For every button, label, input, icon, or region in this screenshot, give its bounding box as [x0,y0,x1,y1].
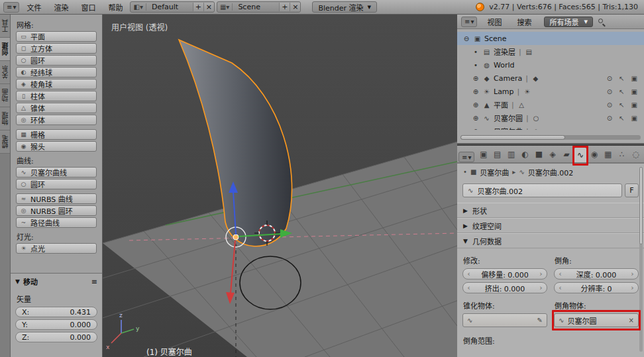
add-bezier-curve-button[interactable]: ∿贝塞尔曲线 [16,167,97,178]
shelf-tab-animation[interactable]: 动画 [0,84,10,107]
scrollbar-thumb[interactable] [460,135,565,140]
bevel-object-field[interactable]: ∿ 贝塞尔圆 × [554,313,639,327]
add-nurbs-curve-button[interactable]: ≈NURBS 曲线 [16,193,97,204]
tab-object-data[interactable]: ∿ [574,147,588,162]
expander-icon[interactable]: ⊕ [472,128,480,130]
tab-object[interactable]: ■ [532,147,546,162]
fake-user-button[interactable]: F [625,183,639,197]
3d-viewport[interactable]: z y x 用户视图 (透视) (1) 贝塞尔曲 [103,15,457,357]
add-ico-sphere-button[interactable]: ◈棱角球 [16,79,97,89]
translate-y-field[interactable]: Y: 0.000 [15,319,97,330]
panel-texture-space[interactable]: ▶ 纹理空间 [457,218,644,233]
delete-layout-button[interactable]: × [203,3,214,11]
selectability-pointer-icon[interactable]: ↖ [619,75,624,82]
menu-help[interactable]: 帮助 [103,1,128,14]
outliner-row-scene[interactable]: ⊖ ▣ Scene [457,32,644,45]
add-torus-button[interactable]: ◎环体 [16,115,97,125]
tab-constraints[interactable]: ◈ [546,147,560,162]
offset-field[interactable]: ‹ 偏移量: 0.000 › [462,268,547,280]
outliner-row-world[interactable]: • ◍ World [457,58,644,72]
info-editor-type-button[interactable]: ≡▾ [3,2,19,13]
add-cylinder-button[interactable]: ▯柱体 [16,91,97,101]
tab-particles[interactable]: ∴ [615,147,629,162]
expander-icon[interactable]: ⊕ [472,101,480,109]
add-bezier-circle-button[interactable]: ○圆环 [16,179,97,189]
outliner-horizontal-scrollbar[interactable] [460,135,641,140]
clear-x-icon[interactable]: × [629,317,634,324]
eyedropper-icon[interactable]: ✎ [537,317,543,324]
add-circle-button[interactable]: ○圆环 [16,55,97,66]
screen-layout-selector[interactable]: ◧▾ Default + × [130,1,214,13]
shelf-tab-tools[interactable]: 工具 [0,15,10,38]
visibility-eye-icon[interactable]: ⊙ [607,115,612,122]
outliner-view-menu[interactable]: 视图 [482,15,507,28]
tab-material[interactable]: ◉ [587,147,601,162]
increase-icon[interactable]: › [538,270,544,278]
decrease-icon[interactable]: ‹ [557,284,563,291]
shelf-tab-grease-pencil[interactable]: 蜡笔 [0,130,10,154]
decrease-icon[interactable]: ‹ [557,270,563,278]
panel-geometry[interactable]: ▼ 几何数据 [457,233,644,248]
add-cube-button[interactable]: ◻立方体 [16,43,97,54]
visibility-eye-icon[interactable]: ⊙ [607,101,612,109]
bezier-curve-object[interactable] [179,40,292,246]
outliner-row-bezier-circle[interactable]: ⊕ ∿ 贝塞尔圆 | ○ ⊙ ↖ ▣ [457,111,644,125]
menu-render[interactable]: 渲染 [48,1,74,14]
add-monkey-button[interactable]: ◉猴头 [16,141,97,152]
menu-window[interactable]: 窗口 [76,1,101,14]
add-uv-sphere-button[interactable]: ◐经纬球 [16,67,97,77]
add-path-curve-button[interactable]: ~路径曲线 [16,217,97,228]
add-grid-button[interactable]: ▦栅格 [16,129,97,140]
outliner-row-render-layers[interactable]: • ▤ 渲染层 | ▤ [457,45,644,58]
outliner-row-plane[interactable]: ⊕ ▲ 平面 | △ ⊙ ↖ ▣ [457,98,644,111]
outliner-filter-dropdown[interactable]: 所有场景 ▾ [544,17,593,27]
outliner-row-lamp[interactable]: ⊕ ☀ Lamp | ☀ ⊙ ↖ ▣ [457,85,644,98]
add-cone-button[interactable]: △锥体 [16,103,97,113]
outliner-editor-type-button[interactable]: ≡▾ [461,17,477,27]
search-icon[interactable] [598,18,606,26]
renderability-camera-icon[interactable]: ▣ [631,88,637,95]
depth-field[interactable]: ‹ 深度: 0.000 › [554,268,639,280]
extrude-field[interactable]: ‹ 挤出: 0.000 › [462,282,547,293]
datablock-name-field[interactable]: ∿ 贝塞尔曲.002 [462,183,622,197]
tab-world[interactable]: ◐ [518,147,532,162]
pin-icon[interactable]: • [463,168,467,176]
add-nurbs-circle-button[interactable]: ◎NURBS 圆环 [16,205,97,216]
tab-texture[interactable]: ▦ [601,147,615,162]
scene-selector[interactable]: ▦▾ Scene + × [217,1,301,13]
tab-render[interactable]: ▣ [476,147,490,162]
properties-scrollbar[interactable] [639,167,643,352]
increase-icon[interactable]: › [538,284,544,291]
tab-physics[interactable]: ◌ [629,147,643,162]
selectability-pointer-icon[interactable]: ↖ [619,88,624,95]
panel-expand-icon[interactable]: ▼ [15,278,20,285]
add-plane-button[interactable]: ▭平面 [16,31,97,42]
decrease-icon[interactable]: ‹ [466,284,472,291]
visibility-eye-icon[interactable]: ⊙ [607,75,612,82]
panel-menu-icon[interactable]: ≡ [91,278,97,286]
decrease-icon[interactable]: ‹ [466,270,472,278]
outliner-search-menu[interactable]: 搜索 [511,15,537,28]
tab-modifiers[interactable]: ▰ [560,147,574,162]
menu-file[interactable]: 文件 [21,1,46,14]
selectability-pointer-icon[interactable]: ↖ [619,101,624,109]
add-layout-button[interactable]: + [193,3,203,11]
render-engine-selector[interactable]: Blender 渲染 ▾ [312,1,377,13]
expander-icon[interactable]: ⊕ [472,115,480,122]
expander-icon[interactable]: ⊕ [472,75,480,82]
properties-editor-type-button[interactable]: ≡▾ [458,152,474,162]
translate-z-field[interactable]: Z: 0.000 [15,332,97,342]
shelf-tab-physics[interactable]: 物理 [0,107,10,130]
resolution-field[interactable]: ‹ 分辨率: 0 › [554,282,639,293]
selectability-pointer-icon[interactable]: ↖ [619,115,624,122]
renderability-camera-icon[interactable]: ▣ [631,115,637,122]
renderability-camera-icon[interactable]: ▣ [631,101,637,109]
tab-render-layers[interactable]: ▤ [490,147,504,162]
delete-scene-button[interactable]: × [290,3,300,11]
increase-icon[interactable]: › [629,284,635,291]
outliner-row-camera[interactable]: ⊕ ◆ Camera | ◆ ⊙ ↖ ▣ [457,72,644,85]
outliner-row-bezier-curve[interactable]: ⊕ ∿ 贝塞尔曲 | ○ [457,125,644,130]
breadcrumb-object[interactable]: 贝塞尔曲 [480,167,509,178]
panel-shape[interactable]: ▶ 形状 [457,203,644,218]
add-point-lamp-button[interactable]: ☀点光 [16,243,97,254]
